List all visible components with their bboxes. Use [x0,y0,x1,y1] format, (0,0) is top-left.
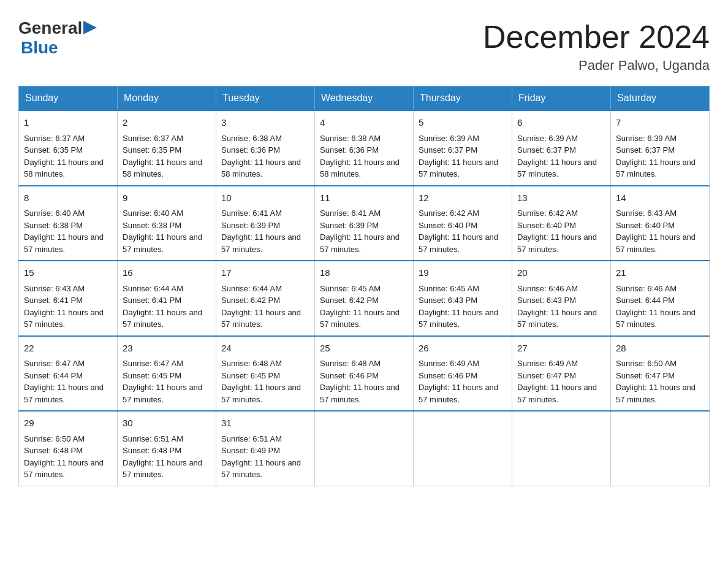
day-number: 16 [123,266,211,280]
sunset-label: Sunset: 6:47 PM [616,371,675,380]
calendar-cell: 2 Sunrise: 6:37 AM Sunset: 6:35 PM Dayli… [118,110,216,186]
daylight-label: Daylight: 11 hours and 57 minutes. [123,232,202,254]
daylight-label: Daylight: 11 hours and 58 minutes. [123,158,202,179]
daylight-label: Daylight: 11 hours and 57 minutes. [616,383,696,404]
day-number: 26 [419,342,507,356]
day-number: 23 [123,342,211,356]
col-header-saturday: Saturday [611,86,710,111]
calendar-cell: 26 Sunrise: 6:49 AM Sunset: 6:46 PM Dayl… [414,336,512,412]
day-number: 11 [320,191,408,205]
sunset-label: Sunset: 6:41 PM [123,296,181,305]
sunset-label: Sunset: 6:43 PM [517,296,576,305]
daylight-label: Daylight: 11 hours and 57 minutes. [419,383,498,404]
day-number: 28 [616,342,704,356]
col-header-sunday: Sunday [19,86,118,111]
sunrise-label: Sunrise: 6:46 AM [517,284,578,293]
sunset-label: Sunset: 6:47 PM [517,371,576,380]
sunrise-label: Sunrise: 6:42 AM [419,209,479,218]
sunrise-label: Sunrise: 6:39 AM [419,134,479,143]
calendar-cell: 20 Sunrise: 6:46 AM Sunset: 6:43 PM Dayl… [512,261,611,336]
calendar-cell: 25 Sunrise: 6:48 AM Sunset: 6:46 PM Dayl… [315,336,414,412]
calendar-cell: 22 Sunrise: 6:47 AM Sunset: 6:44 PM Dayl… [19,336,118,412]
calendar-table: SundayMondayTuesdayWednesdayThursdayFrid… [18,86,710,486]
calendar-cell: 9 Sunrise: 6:40 AM Sunset: 6:38 PM Dayli… [118,186,216,261]
daylight-label: Daylight: 11 hours and 58 minutes. [320,158,400,179]
daylight-label: Daylight: 11 hours and 57 minutes. [320,232,400,254]
sunrise-label: Sunrise: 6:41 AM [320,209,381,218]
calendar-cell: 23 Sunrise: 6:47 AM Sunset: 6:45 PM Dayl… [118,336,216,412]
sunrise-label: Sunrise: 6:48 AM [221,359,282,368]
col-header-monday: Monday [118,86,216,111]
calendar-cell: 13 Sunrise: 6:42 AM Sunset: 6:40 PM Dayl… [512,186,611,261]
daylight-label: Daylight: 11 hours and 57 minutes. [221,308,301,329]
sunset-label: Sunset: 6:36 PM [221,145,280,155]
daylight-label: Daylight: 11 hours and 57 minutes. [517,383,597,404]
day-number: 22 [24,342,112,356]
day-number: 12 [419,191,507,205]
sunset-label: Sunset: 6:42 PM [221,296,280,305]
logo-general-text: General [18,18,82,38]
daylight-label: Daylight: 11 hours and 57 minutes. [616,308,696,329]
sunrise-label: Sunrise: 6:49 AM [517,359,578,368]
calendar-cell: 27 Sunrise: 6:49 AM Sunset: 6:47 PM Dayl… [512,336,611,412]
sunset-label: Sunset: 6:46 PM [419,371,477,380]
calendar-cell: 4 Sunrise: 6:38 AM Sunset: 6:36 PM Dayli… [315,110,414,186]
day-number: 2 [123,116,211,130]
sunrise-label: Sunrise: 6:37 AM [24,134,85,143]
sunrise-label: Sunrise: 6:41 AM [221,209,282,218]
daylight-label: Daylight: 11 hours and 58 minutes. [24,158,104,179]
daylight-label: Daylight: 11 hours and 57 minutes. [419,158,498,179]
calendar-cell: 1 Sunrise: 6:37 AM Sunset: 6:35 PM Dayli… [19,110,118,186]
calendar-cell: 10 Sunrise: 6:41 AM Sunset: 6:39 PM Dayl… [216,186,315,261]
calendar-cell: 5 Sunrise: 6:39 AM Sunset: 6:37 PM Dayli… [414,110,512,186]
sunset-label: Sunset: 6:40 PM [517,221,576,230]
logo: General Blue [18,18,97,58]
sunrise-label: Sunrise: 6:40 AM [24,209,85,218]
calendar-week-row: 29 Sunrise: 6:50 AM Sunset: 6:48 PM Dayl… [19,411,710,486]
day-number: 4 [320,116,408,130]
day-number: 17 [221,266,309,280]
title-section: December 2024 Pader Palwo, Uganda [483,18,710,74]
calendar-cell [611,411,710,486]
sunset-label: Sunset: 6:48 PM [24,446,83,455]
day-number: 3 [221,116,309,130]
sunset-label: Sunset: 6:44 PM [24,371,83,380]
sunrise-label: Sunrise: 6:45 AM [419,284,479,293]
calendar-cell: 7 Sunrise: 6:39 AM Sunset: 6:37 PM Dayli… [611,110,710,186]
calendar-cell: 15 Sunrise: 6:43 AM Sunset: 6:41 PM Dayl… [19,261,118,336]
sunset-label: Sunset: 6:38 PM [123,221,181,230]
sunrise-label: Sunrise: 6:51 AM [221,434,282,443]
calendar-cell: 14 Sunrise: 6:43 AM Sunset: 6:40 PM Dayl… [611,186,710,261]
day-number: 18 [320,266,408,280]
sunrise-label: Sunrise: 6:48 AM [320,359,381,368]
calendar-cell: 8 Sunrise: 6:40 AM Sunset: 6:38 PM Dayli… [19,186,118,261]
page-header: General Blue December 2024 Pader Palwo, … [18,18,710,74]
daylight-label: Daylight: 11 hours and 57 minutes. [123,383,202,404]
calendar-cell: 29 Sunrise: 6:50 AM Sunset: 6:48 PM Dayl… [19,411,118,486]
sunrise-label: Sunrise: 6:38 AM [221,134,282,143]
calendar-cell: 24 Sunrise: 6:48 AM Sunset: 6:45 PM Dayl… [216,336,315,412]
sunrise-label: Sunrise: 6:37 AM [123,134,183,143]
sunset-label: Sunset: 6:36 PM [320,145,379,155]
day-number: 15 [24,266,112,280]
sunrise-label: Sunrise: 6:40 AM [123,209,183,218]
sunset-label: Sunset: 6:49 PM [221,446,280,455]
calendar-cell [315,411,414,486]
sunrise-label: Sunrise: 6:39 AM [616,134,677,143]
calendar-week-row: 8 Sunrise: 6:40 AM Sunset: 6:38 PM Dayli… [19,186,710,261]
sunset-label: Sunset: 6:40 PM [616,221,675,230]
sunrise-label: Sunrise: 6:43 AM [616,209,677,218]
calendar-week-row: 1 Sunrise: 6:37 AM Sunset: 6:35 PM Dayli… [19,110,710,186]
sunrise-label: Sunrise: 6:47 AM [123,359,183,368]
day-number: 1 [24,116,112,130]
col-header-tuesday: Tuesday [216,86,315,111]
sunrise-label: Sunrise: 6:51 AM [123,434,183,443]
sunrise-label: Sunrise: 6:50 AM [616,359,677,368]
calendar-cell [414,411,512,486]
sunrise-label: Sunrise: 6:39 AM [517,134,578,143]
day-number: 6 [517,116,605,130]
sunset-label: Sunset: 6:39 PM [221,221,280,230]
day-number: 13 [517,191,605,205]
day-number: 29 [24,416,112,431]
day-number: 10 [221,191,309,205]
